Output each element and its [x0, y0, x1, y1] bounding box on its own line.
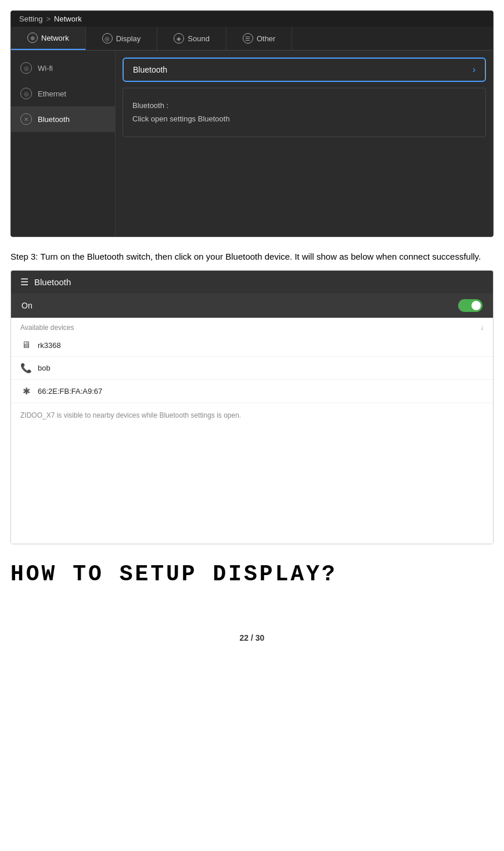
tab-display-label: Display — [116, 34, 141, 43]
step3-text: Step 3: Turn on the Bluetooth switch, th… — [10, 250, 494, 263]
screenshot-bluetooth-on: ☰ Bluetooth On Available devices ↓ 🖥 rk3… — [10, 270, 494, 544]
breadcrumb: Setting > Network — [11, 11, 493, 27]
bluetooth-screen-header: ☰ Bluetooth — [11, 271, 493, 293]
chevron-right-icon: › — [473, 64, 476, 75]
bluetooth-header-title: Bluetooth — [34, 277, 71, 287]
device-monitor-icon: 🖥 — [20, 340, 32, 350]
tab-sound[interactable]: ◈ Sound — [157, 27, 226, 50]
sound-icon: ◈ — [174, 33, 184, 44]
breadcrumb-current: Network — [54, 15, 82, 23]
device-phone-icon: 📞 — [20, 362, 32, 374]
bluetooth-on-row: On — [11, 293, 493, 318]
bluetooth-detail-description: Click open settings Bluetooth — [132, 112, 476, 125]
tab-bar: ⊕ Network ◎ Display ◈ Sound ☰ Other — [11, 27, 493, 51]
sidebar-item-bluetooth[interactable]: ✕ Bluetooth — [11, 106, 115, 132]
bluetooth-detail-box: Bluetooth : Click open settings Bluetoot… — [123, 88, 486, 137]
hamburger-icon: ☰ — [20, 277, 28, 288]
sidebar-item-ethernet[interactable]: ◎ Ethernet — [11, 81, 115, 106]
bt-device-rk3368[interactable]: 🖥 rk3368 — [11, 334, 493, 357]
how-to-heading: HOW TO SETUP DISPLAY? — [10, 562, 494, 587]
bluetooth-visibility-note: ZIDOO_X7 is visible to nearby devices wh… — [11, 403, 493, 428]
breadcrumb-sep: > — [46, 15, 51, 23]
sidebar-bluetooth-label: Bluetooth — [38, 115, 70, 124]
available-devices-label: Available devices — [20, 324, 74, 332]
other-icon: ☰ — [243, 33, 253, 44]
settings-content: Bluetooth › Bluetooth : Click open setti… — [116, 51, 493, 236]
tab-network[interactable]: ⊕ Network — [11, 27, 86, 50]
page-number: 22 / 30 — [0, 633, 504, 654]
sidebar-ethernet-label: Ethernet — [38, 89, 66, 98]
tab-other-label: Other — [257, 34, 276, 43]
bt-device-mac[interactable]: ✱ 66:2E:FB:FA:A9:67 — [11, 380, 493, 403]
display-icon: ◎ — [102, 33, 113, 44]
bluetooth-selected-label: Bluetooth — [133, 65, 167, 74]
section-down-icon: ↓ — [480, 324, 484, 332]
wifi-icon: ◎ — [20, 62, 32, 74]
network-icon: ⊕ — [27, 33, 38, 43]
bluetooth-empty-area — [11, 428, 493, 544]
screenshot-settings-top: Setting > Network ⊕ Network ◎ Display ◈ … — [10, 10, 494, 237]
bluetooth-list-area: Available devices ↓ 🖥 rk3368 📞 bob ✱ 66:… — [11, 318, 493, 544]
bluetooth-on-label: On — [21, 301, 33, 310]
bluetooth-icon: ✕ — [20, 113, 32, 125]
device-mac-name: 66:2E:FB:FA:A9:67 — [38, 387, 102, 396]
available-devices-header: Available devices ↓ — [11, 318, 493, 334]
bluetooth-detail-title: Bluetooth : — [132, 99, 476, 112]
tab-other[interactable]: ☰ Other — [226, 27, 293, 50]
settings-sidebar: ◎ Wi-fi ◎ Ethernet ✕ Bluetooth — [11, 51, 116, 236]
ethernet-icon: ◎ — [20, 88, 32, 99]
sidebar-item-wifi[interactable]: ◎ Wi-fi — [11, 55, 115, 81]
settings-body: ◎ Wi-fi ◎ Ethernet ✕ Bluetooth Bluetooth… — [11, 51, 493, 236]
tab-display[interactable]: ◎ Display — [86, 27, 158, 50]
tab-sound-label: Sound — [188, 34, 210, 43]
breadcrumb-root: Setting — [19, 15, 42, 23]
bluetooth-toggle[interactable] — [458, 299, 483, 312]
device-bob-name: bob — [38, 364, 51, 372]
device-bt-icon: ✱ — [20, 386, 32, 397]
bt-device-bob[interactable]: 📞 bob — [11, 357, 493, 380]
sidebar-wifi-label: Wi-fi — [38, 64, 53, 73]
bluetooth-selected-row[interactable]: Bluetooth › — [123, 58, 486, 82]
device-rk3368-name: rk3368 — [38, 341, 61, 350]
tab-network-label: Network — [41, 34, 69, 42]
